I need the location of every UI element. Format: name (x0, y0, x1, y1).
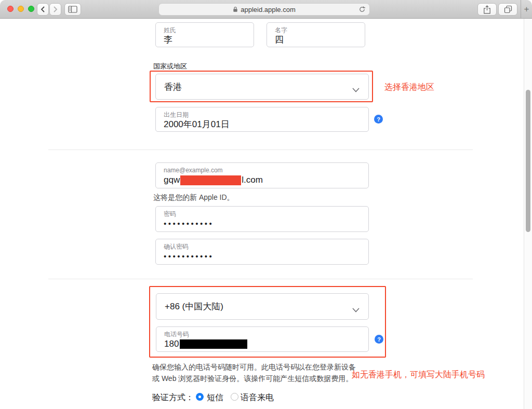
scrollbar-thumb[interactable] (526, 90, 530, 232)
region-select[interactable]: 香港 (155, 74, 369, 100)
question-mark-icon: ? (377, 116, 380, 122)
new-tab-button[interactable]: + (521, 0, 532, 18)
tab-overview-button[interactable] (498, 3, 517, 16)
minimize-button[interactable] (18, 6, 24, 12)
email-field[interactable]: name@example.com gqwl.com (155, 162, 369, 188)
safari-window: appleid.apple.com + (0, 0, 532, 409)
back-button[interactable] (37, 3, 49, 16)
first-name-value: 四 (275, 34, 357, 46)
phone-value-prefix: 180 (164, 338, 179, 350)
refresh-icon (358, 6, 366, 13)
section-divider (48, 279, 473, 279)
sidebar-button[interactable] (64, 3, 81, 16)
email-value-suffix: l.com (242, 174, 263, 186)
chevron-down-icon (352, 85, 360, 95)
phone-number-field[interactable]: 电话号码 180 (156, 326, 369, 352)
password-value: ••••••••••• (164, 218, 361, 229)
phone-annotation: 如无香港手机，可填写大陆手机号码 (352, 370, 485, 380)
first-name-label: 名字 (275, 26, 357, 34)
refresh-button[interactable] (358, 6, 366, 15)
radio-voice-call-label[interactable]: 语音来电 (241, 392, 274, 403)
share-button[interactable] (477, 3, 497, 16)
chevron-down-icon (352, 305, 360, 315)
birthday-value: 2000年01月01日 (164, 119, 361, 130)
email-note: 这将是您的新 Apple ID。 (153, 192, 234, 203)
phone-redaction (180, 339, 247, 349)
last-name-value: 李 (164, 34, 246, 46)
phone-number-label: 电话号码 (164, 331, 361, 338)
chevron-left-icon (41, 6, 45, 12)
last-name-label: 姓氏 (164, 26, 246, 34)
address-bar[interactable]: appleid.apple.com (158, 3, 370, 16)
email-value-prefix: gqw (164, 174, 180, 186)
last-name-field[interactable]: 姓氏 李 (155, 22, 254, 47)
phone-country-select[interactable]: +86 (中国大陆) (156, 293, 369, 320)
radio-sms-label[interactable]: 短信 (207, 392, 223, 403)
email-placeholder: name@example.com (164, 167, 361, 174)
chevron-right-icon (53, 6, 58, 12)
password-field[interactable]: 密码 ••••••••••• (155, 206, 369, 232)
confirm-password-field[interactable]: 确认密码 ••••••••••• (155, 239, 369, 265)
sidebar-icon (68, 6, 77, 13)
share-icon (483, 5, 491, 14)
plus-icon: + (524, 4, 529, 15)
region-label: 国家或地区 (153, 62, 187, 71)
confirm-password-value: ••••••••••• (164, 251, 361, 262)
first-name-field[interactable]: 名字 四 (267, 22, 365, 47)
phone-note-line2: 或 Web 浏览器时验证身份。该操作可能产生短信或数据费用。 (152, 373, 353, 384)
zoom-button[interactable] (28, 6, 34, 12)
forward-button[interactable] (49, 3, 61, 16)
url-text: appleid.apple.com (241, 6, 296, 13)
radio-voice-call[interactable] (231, 393, 238, 401)
confirm-password-label: 确认密码 (164, 243, 361, 250)
phone-help-button[interactable]: ? (375, 335, 383, 344)
close-button[interactable] (7, 6, 14, 12)
section-divider (48, 149, 473, 150)
radio-sms[interactable] (196, 393, 204, 401)
phone-note-line1: 确保您输入的电话号码随时可用。此电话号码以在您登录新设备 (152, 361, 356, 373)
birthday-help-button[interactable]: ? (374, 115, 383, 124)
birthday-label: 出生日期 (164, 111, 361, 118)
lock-icon (233, 6, 238, 12)
region-value: 香港 (164, 81, 182, 93)
password-label: 密码 (164, 210, 361, 217)
region-annotation: 选择香港地区 (384, 82, 434, 93)
birthday-field[interactable]: 出生日期 2000年01月01日 (155, 107, 369, 132)
email-redaction (180, 175, 241, 185)
question-mark-icon: ? (377, 336, 381, 343)
browser-toolbar: appleid.apple.com + (0, 0, 532, 19)
tabs-icon (504, 5, 512, 13)
phone-country-value: +86 (中国大陆) (165, 301, 223, 312)
verification-label: 验证方式： (152, 392, 194, 403)
